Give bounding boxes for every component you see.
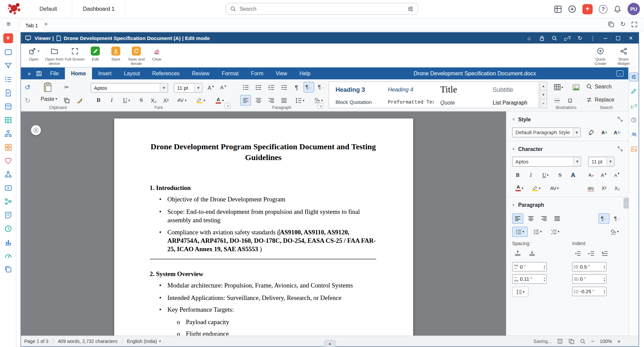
media-widget-icon[interactable] — [3, 184, 12, 193]
styles-scroll-up[interactable]: ▲ — [540, 81, 547, 90]
menu-tab-references[interactable]: References — [146, 68, 186, 79]
single-page-view-icon[interactable] — [557, 338, 563, 344]
filter-widget-icon[interactable] — [3, 61, 12, 70]
redo-button[interactable]: ↻ — [22, 95, 33, 106]
character-section-header[interactable]: ∨ Character — [512, 144, 623, 154]
deck-hyperlink-icon[interactable] — [629, 101, 638, 110]
formatting-marks-button[interactable]: ¶ — [291, 82, 302, 92]
quick-create-button[interactable]: Quick Create — [590, 46, 611, 66]
home-icon[interactable]: ⌂ — [525, 34, 533, 42]
share-widget-button[interactable]: Share Widget — [613, 46, 634, 66]
minimize-icon[interactable]: ─ — [602, 34, 609, 42]
panel-decrease-font-button[interactable]: A▼ — [611, 170, 623, 180]
increase-indent-button[interactable] — [278, 82, 289, 92]
spacing-below-field[interactable]: 0.11″ ▴▾ — [512, 274, 547, 284]
style-heading-4[interactable]: Heading 4 — [381, 82, 434, 97]
style-subtitle[interactable]: Subtitle — [486, 82, 539, 97]
lock-icon[interactable] — [538, 34, 545, 42]
style-quote[interactable]: Quote — [434, 97, 486, 108]
align-left-button[interactable] — [240, 95, 251, 106]
reload-icon[interactable]: ↻ — [620, 21, 626, 28]
panel-decrease-indent-button[interactable] — [586, 248, 597, 259]
cut-icon[interactable]: ✂ — [61, 82, 72, 92]
panel-outline-list-button[interactable]: ▾ — [548, 227, 563, 237]
deck-media-icon[interactable] — [629, 144, 638, 153]
clear-button[interactable]: Clear — [147, 46, 167, 62]
panel-ltr-button[interactable]: ¶← — [598, 214, 609, 224]
insert-horizontal-line-button[interactable] — [552, 95, 562, 106]
paragraph-dialog-launcher[interactable]: ↘ — [318, 103, 323, 109]
dashboard-tab[interactable]: Dashboard 1 — [72, 0, 126, 18]
paste-button[interactable]: Paste▾ — [37, 96, 60, 102]
bullet-list-button[interactable] — [240, 82, 251, 92]
underline-button[interactable]: U▾ — [119, 95, 134, 106]
hide-sidebar-icon[interactable]: ‹ — [624, 198, 629, 208]
language-selector[interactable]: English (India)▾ — [127, 339, 161, 344]
paragraph-section-header[interactable]: ∨ Paragraph — [512, 199, 623, 210]
duplicate-icon[interactable] — [608, 21, 615, 28]
insert-table-button[interactable]: ▾ — [552, 82, 566, 92]
expand-bottom-panel-button[interactable]: ▲ — [324, 340, 335, 347]
menu-tab-view[interactable]: View — [270, 68, 293, 79]
window-menu-icon[interactable]: ⋮ — [589, 34, 596, 42]
paste-icon[interactable] — [41, 81, 55, 93]
hanging-indent-button[interactable] — [599, 248, 610, 259]
style-title[interactable]: Title — [434, 82, 486, 97]
apps-grid-icon[interactable] — [554, 5, 562, 13]
font-name-combo[interactable]: Aptos▼ — [91, 83, 168, 92]
font-dialog-launcher[interactable]: ↘ — [225, 103, 230, 109]
italic-button[interactable]: I — [106, 95, 117, 106]
menu-tab-help[interactable]: Help — [293, 68, 317, 79]
orgchart-widget-icon[interactable] — [3, 129, 12, 138]
health-widget-icon[interactable] — [3, 156, 12, 165]
open-from-device-button[interactable]: Open from device — [44, 46, 64, 66]
zoom-in-button[interactable]: + — [617, 338, 620, 345]
fill-format-icon[interactable] — [586, 127, 597, 138]
list-widget-icon[interactable] — [3, 75, 12, 84]
justify-button[interactable] — [278, 95, 289, 106]
menu-tab-insert[interactable]: Insert — [92, 68, 118, 79]
panel-strikethrough-button[interactable]: S — [554, 170, 565, 180]
help-icon[interactable]: ? — [599, 5, 607, 13]
panel-underline-button[interactable]: U▾ — [539, 170, 553, 180]
style-section-header[interactable]: ∨ Style — [512, 114, 623, 125]
quick-save-icon[interactable] — [34, 71, 44, 76]
panel-character-spacing-button[interactable]: AV▾ — [546, 183, 563, 193]
style-list-paragraph[interactable]: List Paragraph — [486, 97, 539, 108]
panel-bullet-list-button[interactable]: ▾ — [512, 227, 527, 237]
notes-widget-icon[interactable] — [3, 210, 12, 220]
update-style-icon[interactable]: A↻ — [612, 127, 623, 138]
font-size-combo[interactable]: 11 pt▼ — [174, 83, 202, 92]
card-widget-icon[interactable] — [3, 48, 12, 57]
new-style-icon[interactable]: A+ — [599, 127, 610, 138]
styles-scroll-down[interactable]: ▼ — [540, 91, 547, 100]
numbered-list-button[interactable] — [253, 82, 264, 92]
character-expand-icon[interactable] — [618, 146, 623, 151]
deck-properties-icon[interactable] — [629, 72, 638, 81]
panel-align-left-button[interactable] — [512, 214, 523, 224]
paragraph-style-select[interactable]: Default Paragraph Style▼ — [512, 127, 581, 137]
undo-button[interactable]: ↺ — [22, 82, 33, 92]
chart-widget-icon[interactable] — [3, 238, 12, 247]
deck-track-changes-icon[interactable] — [629, 87, 638, 96]
default-button[interactable]: Default — [39, 6, 57, 12]
add-widget-button[interactable]: + — [3, 33, 13, 43]
panel-rtl-button[interactable]: ¶→ — [611, 214, 623, 224]
save-and-iterate-button[interactable]: Save and Iterate — [126, 46, 147, 66]
document-widget-icon[interactable] — [3, 88, 12, 98]
zoom-search-icon[interactable] — [580, 338, 586, 344]
spacing-above-field[interactable]: 0″ ▴▾ — [512, 262, 547, 271]
clone-formatting-icon[interactable] — [74, 95, 85, 106]
add-tab-button[interactable]: + — [44, 21, 48, 28]
character-spacing-button[interactable]: AV▾ — [173, 95, 191, 106]
panel-increase-font-button[interactable]: A▲ — [598, 170, 609, 180]
table-widget-icon[interactable] — [3, 116, 12, 125]
search-button[interactable]: Search — [586, 83, 612, 89]
menu-tab-layout[interactable]: Layout — [118, 68, 146, 79]
replace-button[interactable]: Replace — [586, 97, 614, 103]
menu-tab-file[interactable]: File — [44, 68, 65, 79]
close-icon[interactable]: × — [627, 34, 635, 42]
tab-1[interactable]: Tab 1 — [19, 19, 44, 31]
decrease-font-size-button[interactable]: A▼ — [218, 82, 229, 93]
panel-paragraph-background-button[interactable]: ▾ — [607, 227, 623, 237]
